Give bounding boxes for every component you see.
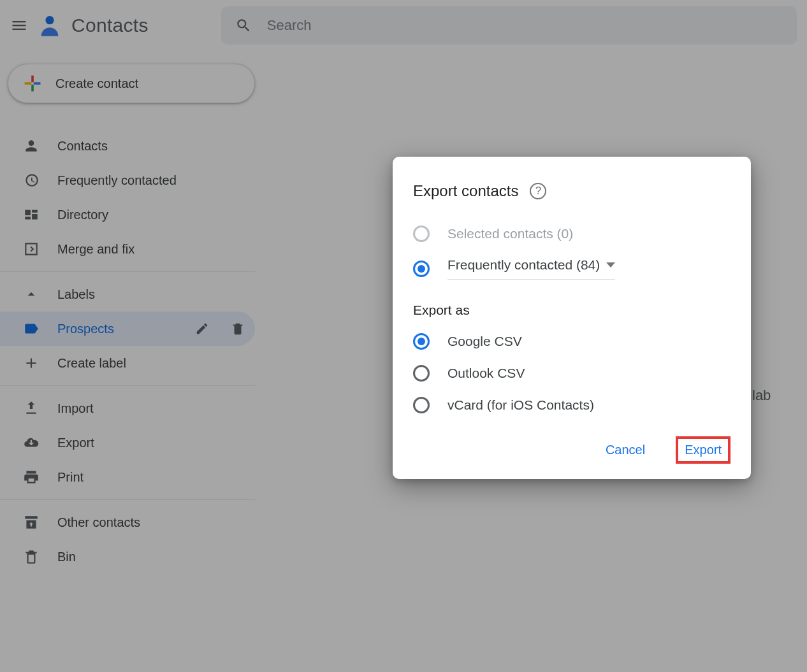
svg-rect-4 [34, 82, 41, 85]
app-title: Contacts [71, 15, 149, 36]
nav-create-label[interactable]: Create label [0, 346, 255, 380]
nav-label: Bin [57, 550, 245, 564]
nav-print[interactable]: Print [0, 460, 255, 494]
create-contact-button[interactable]: Create contact [8, 64, 255, 103]
source-dropdown[interactable]: Frequently contacted (84) [447, 257, 615, 280]
label-icon [23, 320, 40, 337]
svg-rect-2 [31, 85, 34, 92]
caret-down-icon [606, 262, 615, 268]
nav-contacts[interactable]: Contacts [0, 129, 255, 163]
radio-label: vCard (for iOS Contacts) [447, 397, 594, 413]
nav-label: Export [57, 436, 245, 450]
upload-icon [23, 400, 40, 417]
svg-rect-3 [25, 82, 32, 85]
search-input[interactable] [267, 17, 783, 34]
history-icon [23, 172, 40, 189]
nav-label: Print [57, 470, 245, 485]
divider [0, 499, 255, 500]
radio-icon [413, 225, 430, 242]
person-icon [23, 138, 40, 154]
radio-label: Selected contacts (0) [447, 226, 573, 241]
dialog-title: Export contacts [413, 182, 518, 200]
export-contacts-dialog: Export contacts ? Selected contacts (0) … [393, 157, 751, 479]
export-as-heading: Export as [413, 303, 731, 318]
nav-label: Directory [57, 208, 245, 222]
search-icon [235, 17, 252, 34]
nav-label: Frequently contacted [57, 173, 245, 188]
help-icon[interactable]: ? [530, 183, 546, 199]
dialog-actions: Cancel Export [413, 436, 731, 464]
pencil-icon[interactable] [195, 322, 209, 336]
header: Contacts [0, 0, 807, 51]
radio-icon [413, 261, 430, 277]
app-root: Contacts Create contact [0, 0, 807, 672]
nav-label-prospects[interactable]: Prospects [0, 311, 255, 346]
radio-vcard[interactable]: vCard (for iOS Contacts) [413, 397, 731, 413]
nav-import[interactable]: Import [0, 391, 255, 425]
radio-label: Google CSV [447, 334, 522, 349]
print-icon [23, 469, 40, 485]
plus-icon [22, 73, 43, 94]
directory-icon [23, 206, 40, 223]
nav-merge-fix[interactable]: Merge and fix [0, 232, 255, 266]
app-logo[interactable]: Contacts [37, 13, 149, 38]
export-button[interactable]: Export [676, 436, 731, 464]
radio-icon [413, 365, 430, 382]
nav-label: Other contacts [57, 515, 245, 530]
hamburger-menu-icon[interactable] [10, 17, 28, 34]
sidebar: Create contact Contacts Frequently conta… [0, 64, 255, 574]
nav-label: Prospects [57, 322, 173, 336]
merge-icon [23, 241, 40, 257]
cloud-download-icon [23, 434, 40, 451]
svg-rect-1 [31, 76, 34, 83]
divider [0, 271, 255, 272]
radio-source-dropdown[interactable]: Frequently contacted (84) [413, 257, 731, 280]
archive-icon [23, 514, 40, 531]
radio-selected-contacts: Selected contacts (0) [413, 225, 731, 242]
radio-icon [413, 333, 430, 350]
format-radio-group: Google CSV Outlook CSV vCard (for iOS Co… [413, 333, 731, 413]
background-partial-text: lab [752, 387, 771, 404]
chevron-up-icon [23, 286, 40, 303]
nav-export[interactable]: Export [0, 425, 255, 460]
nav-label: Import [57, 401, 245, 416]
nav-directory[interactable]: Directory [0, 197, 255, 232]
plus-thin-icon [23, 355, 40, 371]
nav-label: Labels [57, 287, 245, 302]
nav-label: Create label [57, 356, 245, 371]
radio-label: Outlook CSV [447, 366, 525, 381]
source-radio-group: Selected contacts (0) Frequently contact… [413, 225, 731, 280]
create-contact-label: Create contact [55, 76, 138, 91]
radio-outlook-csv[interactable]: Outlook CSV [413, 365, 731, 382]
bin-icon [23, 548, 40, 565]
dialog-title-row: Export contacts ? [413, 182, 731, 200]
cancel-button[interactable]: Cancel [598, 438, 653, 462]
radio-google-csv[interactable]: Google CSV [413, 333, 731, 350]
nav-label: Merge and fix [57, 242, 245, 257]
contacts-logo-icon [37, 13, 62, 38]
nav-frequently-contacted[interactable]: Frequently contacted [0, 163, 255, 197]
nav-label: Contacts [57, 139, 245, 154]
nav-labels-header[interactable]: Labels [0, 277, 255, 311]
divider [0, 385, 255, 386]
search-bar[interactable] [221, 6, 797, 45]
nav-bin[interactable]: Bin [0, 540, 255, 574]
nav-other-contacts[interactable]: Other contacts [0, 505, 255, 540]
radio-icon [413, 397, 430, 413]
trash-icon[interactable] [231, 322, 245, 336]
svg-point-0 [45, 16, 54, 24]
nav-list: Contacts Frequently contacted Directory … [0, 129, 255, 574]
dropdown-value: Frequently contacted (84) [447, 257, 600, 273]
